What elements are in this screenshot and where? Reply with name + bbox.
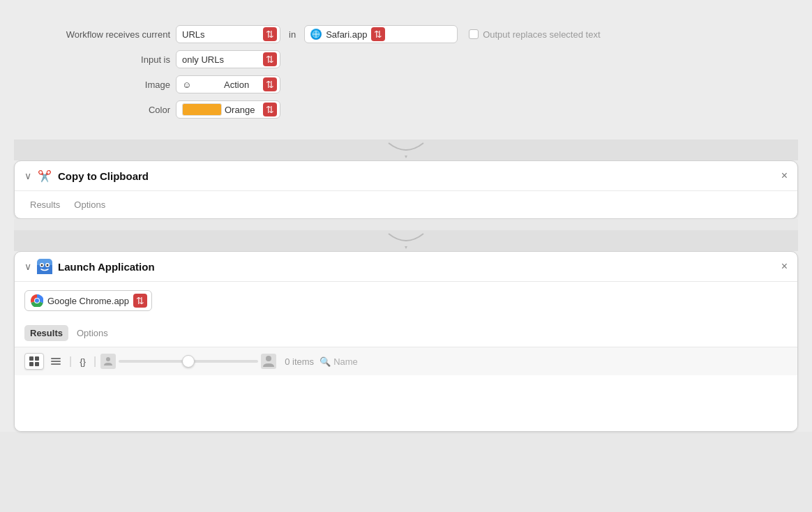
copy-clipboard-options-tab[interactable]: Options — [68, 197, 111, 213]
input-type-control[interactable]: URLs ⇅ — [176, 25, 280, 43]
workflow-receives-label: Workflow receives current — [31, 29, 170, 40]
person-icon-start — [100, 354, 116, 369]
chrome-app-name: Google Chrome.app — [47, 296, 129, 306]
app-name-value: Safari.app — [326, 29, 367, 40]
launch-application-header: ∨ Launch Application × — [15, 252, 797, 282]
launch-application-options-tab[interactable]: Options — [71, 325, 114, 341]
app-selector-control[interactable]: Safari.app ⇅ — [304, 25, 458, 43]
launch-application-card: ∨ Launch Application × — [14, 251, 798, 432]
svg-rect-20 — [51, 358, 61, 359]
items-count: 0 items — [285, 356, 314, 367]
launch-application-icon — [37, 259, 52, 274]
output-replaces-checkbox[interactable] — [469, 29, 479, 39]
svg-marker-5 — [405, 246, 407, 249]
workflow-settings: Workflow receives current URLs ⇅ in Safa… — [14, 14, 798, 140]
launch-application-collapse-btn[interactable]: ∨ — [24, 261, 31, 272]
copy-clipboard-icon: ✂️ — [37, 168, 52, 183]
launch-application-title: Launch Application — [58, 261, 776, 273]
svg-rect-8 — [37, 265, 52, 268]
copy-clipboard-title: Copy to Clipboard — [58, 170, 776, 182]
svg-rect-18 — [29, 362, 33, 366]
connector-arrow-2 — [385, 232, 427, 249]
connector-1 — [14, 140, 798, 160]
copy-clipboard-header: ∨ ✂️ Copy to Clipboard × — [15, 161, 797, 191]
copy-clipboard-collapse-btn[interactable]: ∨ — [24, 170, 31, 181]
image-label: Image — [31, 80, 170, 90]
person-start-icon — [103, 356, 113, 366]
results-content — [15, 375, 797, 431]
copy-clipboard-card: ∨ ✂️ Copy to Clipboard × Results Options — [14, 160, 798, 219]
svg-rect-17 — [35, 356, 39, 361]
input-is-label: Input is — [31, 54, 170, 65]
json-view-btn[interactable]: {} — [76, 354, 89, 369]
launch-application-close-btn[interactable]: × — [781, 261, 788, 272]
copy-clipboard-tabs: Results Options — [15, 191, 797, 218]
results-toolbar: | {} | — [15, 347, 797, 375]
output-replaces-row: Output replaces selected text — [469, 29, 600, 40]
slider-track — [119, 360, 258, 363]
separator-2: | — [93, 355, 96, 368]
input-is-row: Input is only URLs ⇅ — [31, 50, 781, 68]
svg-rect-16 — [29, 356, 33, 361]
image-emoji: ☺ — [182, 80, 221, 90]
copy-clipboard-close-btn[interactable]: × — [781, 170, 788, 181]
color-swatch — [182, 103, 222, 116]
output-replaces-label: Output replaces selected text — [483, 29, 600, 40]
slider-thumb — [182, 355, 195, 368]
spacer-1 — [14, 219, 798, 230]
svg-point-15 — [35, 299, 39, 303]
svg-point-24 — [266, 356, 271, 361]
color-value: Orange — [225, 105, 263, 115]
svg-marker-4 — [405, 156, 407, 158]
search-icon: 🔍 — [319, 356, 331, 367]
app-stepper[interactable]: ⇅ — [371, 27, 385, 41]
input-is-value: only URLs — [182, 54, 263, 65]
size-slider[interactable] — [119, 360, 258, 363]
connector-2 — [14, 230, 798, 251]
image-row: Image ☺ Action ⇅ — [31, 75, 781, 93]
input-type-stepper[interactable]: ⇅ — [263, 27, 277, 41]
svg-point-11 — [41, 264, 43, 266]
svg-point-12 — [47, 264, 49, 266]
workflow-receives-row: Workflow receives current URLs ⇅ in Safa… — [31, 25, 781, 43]
copy-clipboard-results-tab[interactable]: Results — [24, 197, 66, 213]
chrome-app-stepper[interactable]: ⇅ — [133, 294, 147, 308]
svg-rect-21 — [51, 361, 61, 362]
safari-icon — [310, 29, 322, 40]
svg-rect-22 — [51, 363, 61, 365]
connector-arrow-1 — [385, 142, 427, 158]
color-stepper[interactable]: ⇅ — [263, 103, 277, 116]
grid-icon — [29, 356, 40, 367]
search-label: Name — [333, 356, 358, 367]
color-row: Color Orange ⇅ — [31, 100, 781, 119]
search-area: 🔍 Name — [319, 356, 358, 367]
launch-application-tabs: Results Options — [15, 319, 797, 347]
svg-rect-19 — [35, 362, 39, 366]
image-control[interactable]: ☺ Action ⇅ — [176, 75, 280, 93]
image-stepper[interactable]: ⇅ — [263, 77, 277, 91]
color-label: Color — [31, 105, 170, 115]
launch-application-results-tab[interactable]: Results — [24, 325, 68, 341]
input-type-value: URLs — [182, 29, 263, 40]
list-view-btn[interactable] — [47, 354, 65, 369]
image-value: Action — [224, 80, 263, 90]
svg-point-23 — [106, 357, 110, 361]
color-control[interactable]: Orange ⇅ — [176, 100, 280, 119]
list-icon — [50, 356, 61, 367]
chrome-icon — [31, 294, 43, 307]
person-end-icon — [262, 354, 276, 368]
input-is-stepper[interactable]: ⇅ — [263, 52, 277, 66]
chrome-app-selector[interactable]: Google Chrome.app ⇅ — [24, 290, 152, 311]
input-is-control[interactable]: only URLs ⇅ — [176, 50, 280, 68]
json-icon: {} — [80, 356, 86, 367]
in-label: in — [289, 29, 296, 40]
separator-1: | — [69, 355, 72, 368]
grid-view-btn[interactable] — [24, 353, 44, 370]
person-icon-end — [261, 354, 276, 369]
